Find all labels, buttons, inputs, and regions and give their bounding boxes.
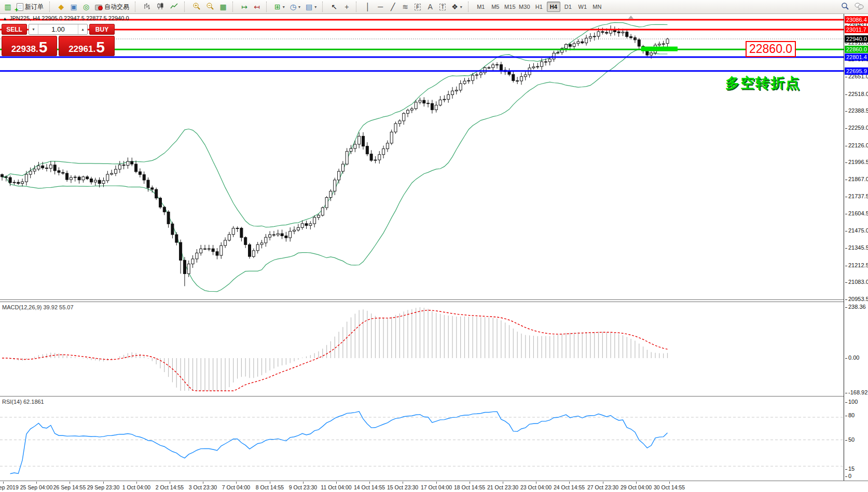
- time-axis-tick: [569, 482, 570, 484]
- vertical-line-icon[interactable]: │: [362, 1, 374, 12]
- zoom-out-icon[interactable]: [204, 1, 216, 12]
- crosshair-icon[interactable]: +: [341, 1, 352, 12]
- time-axis-tick: [603, 482, 603, 484]
- buy-price-main: 22961.: [68, 44, 95, 54]
- indicators-button[interactable]: ⊞▾: [272, 1, 287, 12]
- price-axis[interactable]: 23043.022910.022780.522651.022518.022388…: [844, 14, 868, 481]
- shapes-button[interactable]: ❖▾: [449, 1, 464, 12]
- zoom-out-icon-glyph: [206, 2, 214, 11]
- search-icon[interactable]: [839, 1, 851, 12]
- one-click-toggle-icon[interactable]: ▲: [3, 16, 7, 21]
- terminal-icon-glyph: ▣: [70, 3, 77, 10]
- toolbar-separator: [322, 2, 326, 12]
- fibonacci-icon[interactable]: ≋: [399, 1, 411, 12]
- sell-button[interactable]: SELL: [2, 24, 27, 35]
- volume-decrease-button[interactable]: ▾: [29, 24, 38, 34]
- metaeditor-icon[interactable]: ◆: [56, 1, 67, 12]
- rsi-axis-tick: 50: [845, 436, 855, 443]
- auto-scroll-icon[interactable]: ↦: [239, 1, 250, 12]
- periods-button[interactable]: ◷▾: [288, 1, 302, 12]
- volume-input[interactable]: 1.00: [38, 24, 78, 34]
- timeframe-button-m1[interactable]: M1: [474, 2, 488, 12]
- time-axis-tick: [369, 482, 370, 484]
- new-order-button[interactable]: 新订单: [15, 1, 46, 12]
- trendline-icon[interactable]: ╱: [387, 1, 398, 12]
- timeframe-button-m15[interactable]: M15: [503, 2, 517, 12]
- time-axis-label: 26 Sep 14:55: [53, 484, 86, 490]
- time-axis-label: 29 Sep 23:30: [87, 484, 119, 490]
- main-chart-area[interactable]: ▲JPN225, H4 22905.0 22947.5 22877.5 2294…: [0, 14, 844, 299]
- time-axis-tick: [470, 482, 470, 484]
- timeframe-button-m30[interactable]: M30: [518, 2, 531, 12]
- terminal-icon[interactable]: ▣: [68, 1, 79, 12]
- time-axis-label: 30 Oct 14:55: [654, 484, 685, 490]
- new-order-button-label: 新订单: [25, 3, 44, 11]
- shapes-button-dropdown-arrow[interactable]: ▾: [460, 5, 462, 9]
- highlight-zone: [641, 47, 678, 51]
- timeframe-button-d1[interactable]: D1: [561, 2, 575, 12]
- candlestick-chart-icon[interactable]: [155, 1, 167, 12]
- timeframe-button-w1[interactable]: W1: [576, 2, 589, 12]
- volume-increase-button[interactable]: ▴: [78, 24, 87, 34]
- rsi-axis-tick: 80: [845, 412, 855, 418]
- templates-button[interactable]: ▤▾: [304, 1, 319, 12]
- signals-icon[interactable]: ◎: [80, 1, 92, 12]
- horizontal-line-icon[interactable]: ─: [375, 1, 386, 12]
- time-axis-tick: [3, 482, 4, 484]
- chart-annotation-text: 多空转折点: [725, 74, 801, 92]
- bar-chart-icon[interactable]: [141, 1, 154, 12]
- rsi-panel[interactable]: RSI(14) 62.1861: [0, 397, 844, 481]
- timeframe-button-mn[interactable]: MN: [590, 2, 604, 12]
- timeframe-button-m5[interactable]: M5: [489, 2, 502, 12]
- time-axis-label: 23 Oct 04:00: [520, 484, 552, 490]
- price-axis-tick: 22518.0: [845, 91, 868, 97]
- buy-price-display[interactable]: 22961.5: [59, 36, 115, 56]
- cursor-icon[interactable]: ↖: [328, 1, 340, 12]
- price-axis-tick: 21083.0: [845, 279, 868, 285]
- indicators-button-dropdown-arrow[interactable]: ▾: [283, 5, 285, 9]
- price-axis-label-23011.7: 23011.7: [845, 26, 868, 33]
- rsi-label: RSI(14) 62.1861: [2, 399, 44, 405]
- time-axis-label: 29 Oct 04:00: [621, 484, 652, 490]
- trendline-icon-glyph: ╱: [391, 3, 395, 10]
- text-label-icon[interactable]: T: [437, 1, 448, 12]
- crosshair-icon-glyph: +: [345, 3, 349, 10]
- timeframe-button-h1[interactable]: H1: [532, 2, 546, 12]
- rsi-value: 62.1861: [23, 399, 44, 405]
- templates-button-dropdown-arrow[interactable]: ▾: [314, 5, 316, 9]
- time-axis-label: 27 Oct 23:30: [587, 484, 618, 490]
- rsi-name: RSI(14): [2, 399, 22, 405]
- rsi-chart: [0, 397, 844, 481]
- timeframe-button-h4[interactable]: H4: [547, 2, 560, 12]
- time-axis-tick: [136, 482, 137, 484]
- line-chart-icon[interactable]: [168, 1, 181, 12]
- periods-button-dropdown-arrow[interactable]: ▾: [298, 5, 300, 9]
- panel-separator: [0, 481, 868, 481]
- panel-separator[interactable]: [0, 299, 868, 302]
- tile-windows-icon[interactable]: ▦: [217, 1, 229, 12]
- macd-panel[interactable]: MACD(12,26,9) 39.92 55.07: [0, 303, 844, 394]
- price-axis-tick: 21212.5: [845, 262, 868, 268]
- time-axis-label: 25 Sep 04:00: [20, 484, 52, 490]
- time-axis-tick: [36, 482, 37, 484]
- rsi-axis-tick: 100: [845, 399, 858, 405]
- zoom-in-icon[interactable]: [190, 1, 203, 12]
- autotrading-button[interactable]: 自动交易: [93, 1, 131, 12]
- chat-icon[interactable]: [852, 1, 866, 12]
- fibonacci-icon-glyph: ≋: [402, 3, 408, 10]
- chart-shift-icon[interactable]: ↤: [251, 1, 263, 12]
- bar-chart-icon-glyph: [143, 2, 151, 11]
- sell-price-display[interactable]: 22938.5: [2, 36, 57, 56]
- chart-shift-icon-glyph: ↤: [254, 3, 260, 10]
- buy-button[interactable]: BUY: [89, 24, 115, 35]
- signals-icon-glyph: ◎: [83, 3, 89, 10]
- time-axis-tick: [403, 482, 403, 484]
- bollinger-bands: [2, 22, 667, 292]
- time-axis-tick: [170, 482, 170, 484]
- horizontal-line-icon-glyph: ─: [378, 3, 383, 10]
- text-icon[interactable]: A: [424, 1, 436, 12]
- fibo-channel-icon[interactable]: F: [412, 1, 423, 12]
- time-axis-label: 23 Sep 2019: [0, 484, 19, 490]
- chart-title: ▲JPN225, H4 22905.0 22947.5 22877.5 2294…: [3, 15, 129, 21]
- time-axis[interactable]: 23 Sep 201925 Sep 04:0026 Sep 14:5529 Se…: [0, 482, 868, 492]
